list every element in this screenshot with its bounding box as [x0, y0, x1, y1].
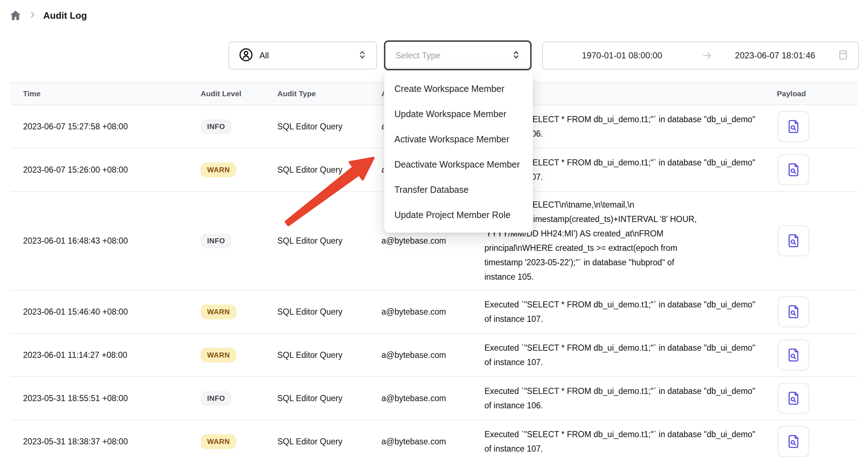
column-header-level: Audit Level [201, 89, 277, 98]
audit-level-badge: WARN [201, 434, 236, 449]
table-row: 2023-06-01 11:14:27 +08:00 WARN SQL Edit… [11, 334, 858, 377]
column-header-type: Audit Type [277, 89, 381, 98]
table-row: 2023-06-01 15:46:40 +08:00 WARN SQL Edit… [11, 290, 858, 334]
payload-view-button[interactable] [778, 296, 809, 327]
menu-item-transfer-database[interactable]: Transfer Database [384, 177, 533, 202]
menu-item-create-workspace-member[interactable]: Create Workspace Member [384, 76, 533, 101]
date-range-end[interactable]: 2023-06-07 18:01:46 [713, 50, 837, 61]
user-circle-icon [238, 47, 254, 64]
table-row: 2023-05-31 18:38:37 +08:00 WARN SQL Edit… [11, 420, 858, 457]
type-filter-select[interactable]: Select Type [384, 40, 532, 70]
file-search-icon [786, 233, 801, 249]
audit-log-page: Audit Log All Select Type 1970-01-01 08:… [0, 0, 868, 457]
file-search-icon [786, 434, 801, 449]
cell-audit-type: SQL Editor Query [277, 307, 381, 317]
cell-comment: Executed `"SELECT * FROM db_ui_demo.t1;"… [484, 341, 777, 369]
payload-view-button[interactable] [778, 225, 809, 256]
menu-item-update-project-member[interactable]: Update Project Member Role [384, 202, 533, 227]
cell-actor: a@bytebase.com [381, 350, 484, 360]
audit-level-badge: WARN [201, 163, 236, 177]
cell-audit-type: SQL Editor Query [277, 350, 381, 360]
file-search-icon [786, 119, 801, 134]
column-header-time: Time [23, 89, 201, 98]
cell-time: 2023-06-01 11:14:27 +08:00 [23, 350, 201, 360]
audit-level-badge: INFO [201, 234, 232, 248]
cell-actor: a@bytebase.com [381, 236, 484, 246]
type-filter-placeholder: Select Type [395, 50, 511, 61]
audit-level-badge: INFO [201, 119, 232, 134]
actor-filter-value: All [259, 50, 351, 61]
menu-item-deactivate-workspace-member[interactable]: Deactivate Workspace Member [384, 152, 533, 177]
chevron-updown-icon [511, 49, 522, 62]
file-search-icon [786, 162, 801, 178]
table-row: 2023-05-31 18:55:51 +08:00 INFO SQL Edit… [11, 377, 858, 420]
date-range-start[interactable]: 1970-01-01 08:00:00 [543, 50, 701, 61]
column-header-payload: Payload [777, 89, 858, 98]
cell-comment: Executed `"SELECT * FROM db_ui_demo.t1;"… [484, 384, 777, 413]
file-search-icon [786, 347, 801, 363]
cell-audit-type: SQL Editor Query [277, 165, 381, 175]
page-title: Audit Log [43, 10, 87, 21]
file-search-icon [786, 390, 801, 406]
cell-comment: Executed `"SELECT * FROM db_ui_demo.t1;"… [484, 427, 777, 456]
audit-level-badge: WARN [201, 305, 236, 319]
menu-item-activate-workspace-member[interactable]: Activate Workspace Member [384, 127, 533, 152]
cell-time: 2023-05-31 18:55:51 +08:00 [23, 394, 201, 403]
payload-view-button[interactable] [778, 340, 809, 371]
cell-audit-type: SQL Editor Query [277, 437, 381, 447]
payload-view-button[interactable] [778, 111, 809, 142]
home-icon[interactable] [9, 9, 22, 22]
type-dropdown-menu: Create Workspace Member Update Workspace… [384, 71, 533, 233]
calendar-icon [837, 49, 849, 62]
arrow-right-icon [701, 50, 713, 61]
payload-view-button[interactable] [778, 383, 809, 414]
cell-comment: Executed `"SELECT * FROM db_ui_demo.t1;"… [484, 297, 777, 326]
date-range-picker[interactable]: 1970-01-01 08:00:00 2023-06-07 18:01:46 [542, 41, 859, 70]
cell-actor: a@bytebase.com [381, 394, 484, 403]
payload-view-button[interactable] [778, 154, 809, 185]
cell-time: 2023-06-07 15:27:58 +08:00 [23, 122, 201, 132]
cell-actor: a@bytebase.com [381, 307, 484, 317]
actor-filter-select[interactable]: All [228, 41, 377, 70]
breadcrumb: Audit Log [9, 9, 87, 22]
cell-time: 2023-06-01 16:48:43 +08:00 [23, 236, 201, 246]
audit-level-badge: INFO [201, 391, 232, 406]
menu-item-update-workspace-member[interactable]: Update Workspace Member [384, 101, 533, 127]
chevron-updown-icon [357, 49, 368, 62]
chevron-right-icon [28, 10, 37, 21]
cell-time: 2023-06-01 15:46:40 +08:00 [23, 307, 201, 317]
cell-audit-type: SQL Editor Query [277, 236, 381, 246]
cell-time: 2023-06-07 15:26:00 +08:00 [23, 165, 201, 175]
payload-view-button[interactable] [778, 426, 809, 457]
cell-audit-type: SQL Editor Query [277, 122, 381, 132]
file-search-icon [786, 304, 801, 320]
audit-level-badge: WARN [201, 348, 236, 363]
cell-time: 2023-05-31 18:38:37 +08:00 [23, 437, 201, 447]
cell-audit-type: SQL Editor Query [277, 394, 381, 403]
cell-actor: a@bytebase.com [381, 437, 484, 447]
